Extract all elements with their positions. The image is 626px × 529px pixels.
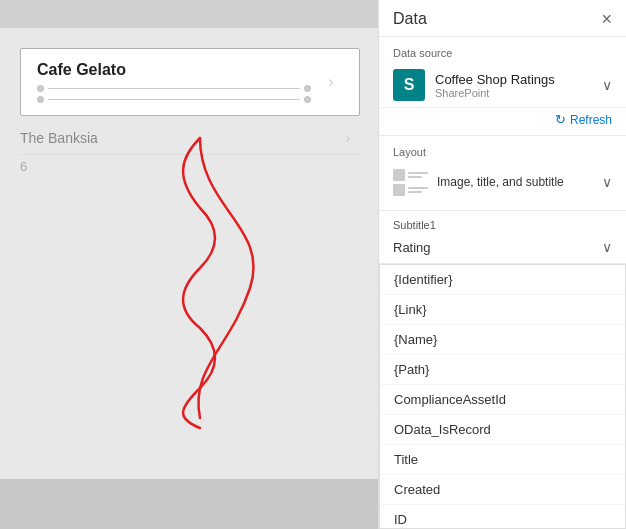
dot-line-2 <box>48 99 300 101</box>
dot-3 <box>37 96 44 103</box>
data-source-label: Data source <box>379 37 626 63</box>
subtitle-label: Subtitle1 <box>379 211 626 235</box>
layout-bar-long-2 <box>408 187 428 189</box>
subtitle-section: Subtitle1 Rating ∨ <box>379 211 626 264</box>
dropdown-item[interactable]: {Name} <box>380 325 625 355</box>
panel-header: Data × <box>379 0 626 37</box>
layout-label: Layout <box>379 136 626 162</box>
right-panel: Data × Data source S Coffee Shop Ratings… <box>378 0 626 529</box>
list-item-number: 6 <box>20 155 360 174</box>
arrow-overlay <box>170 128 390 448</box>
chevron-right-icon-1[interactable]: › <box>319 70 343 94</box>
card-dot-row-2 <box>37 96 311 103</box>
close-button[interactable]: × <box>601 10 612 28</box>
card-item-inner: Cafe Gelato <box>37 61 311 103</box>
layout-text: Image, title, and subtitle <box>437 175 602 189</box>
list-item-subtitle: The Banksia <box>20 130 98 146</box>
layout-bar-long <box>408 172 428 174</box>
dropdown-item[interactable]: {Path} <box>380 355 625 385</box>
bottom-bar <box>0 479 380 529</box>
datasource-name: Coffee Shop Ratings <box>435 72 555 87</box>
datasource-inner: S Coffee Shop Ratings SharePoint <box>393 69 555 101</box>
dropdown-item[interactable]: OData_IsRecord <box>380 415 625 445</box>
layout-bar-short <box>408 176 422 178</box>
layout-box <box>393 169 405 181</box>
dropdown-item[interactable]: ID <box>380 505 625 529</box>
chevron-right-icon-2[interactable]: › <box>336 126 360 150</box>
refresh-row: ↻ Refresh <box>379 108 626 136</box>
top-bar <box>0 0 380 28</box>
datasource-type: SharePoint <box>435 87 555 99</box>
layout-row[interactable]: Image, title, and subtitle ∨ <box>379 162 626 202</box>
dot-line-1 <box>48 88 300 90</box>
sharepoint-icon: S <box>393 69 425 101</box>
dot-4 <box>304 96 311 103</box>
layout-preview <box>393 168 429 196</box>
dropdown-item[interactable]: ComplianceAssetId <box>380 385 625 415</box>
layout-line-1 <box>393 169 429 181</box>
layout-bars <box>408 172 428 178</box>
sharepoint-letter: S <box>404 76 415 94</box>
layout-line-2 <box>393 184 429 196</box>
layout-chevron-icon[interactable]: ∨ <box>602 174 612 190</box>
left-panel: Cafe Gelato › The Banksia <box>0 0 380 529</box>
refresh-icon: ↻ <box>555 112 566 127</box>
subtitle-value: Rating <box>393 240 431 255</box>
left-content: Cafe Gelato › The Banksia <box>0 28 380 479</box>
dot-2 <box>304 85 311 92</box>
datasource-row[interactable]: S Coffee Shop Ratings SharePoint ∨ <box>379 63 626 108</box>
refresh-button[interactable]: Refresh <box>570 113 612 127</box>
dropdown-item[interactable]: Title <box>380 445 625 475</box>
subtitle-chevron-icon[interactable]: ∨ <box>602 239 612 255</box>
dropdown-item[interactable]: {Identifier} <box>380 265 625 295</box>
subtitle-select-row[interactable]: Rating ∨ <box>379 235 626 263</box>
layout-bar-short-2 <box>408 191 422 193</box>
card-dots <box>37 85 311 103</box>
layout-bars-2 <box>408 187 428 193</box>
card-title: Cafe Gelato <box>37 61 311 79</box>
layout-section: Layout Image, title, <box>379 136 626 211</box>
card-dot-row-1 <box>37 85 311 92</box>
datasource-chevron-icon[interactable]: ∨ <box>602 77 612 93</box>
list-item-banksia[interactable]: The Banksia › <box>20 116 360 155</box>
card-item-gelato[interactable]: Cafe Gelato › <box>20 48 360 116</box>
datasource-info: Coffee Shop Ratings SharePoint <box>435 72 555 99</box>
layout-box-2 <box>393 184 405 196</box>
dropdown-list: {Identifier}{Link}{Name}{Path}Compliance… <box>379 264 626 529</box>
dot-1 <box>37 85 44 92</box>
panel-title: Data <box>393 10 427 28</box>
dropdown-item[interactable]: {Link} <box>380 295 625 325</box>
dropdown-item[interactable]: Created <box>380 475 625 505</box>
